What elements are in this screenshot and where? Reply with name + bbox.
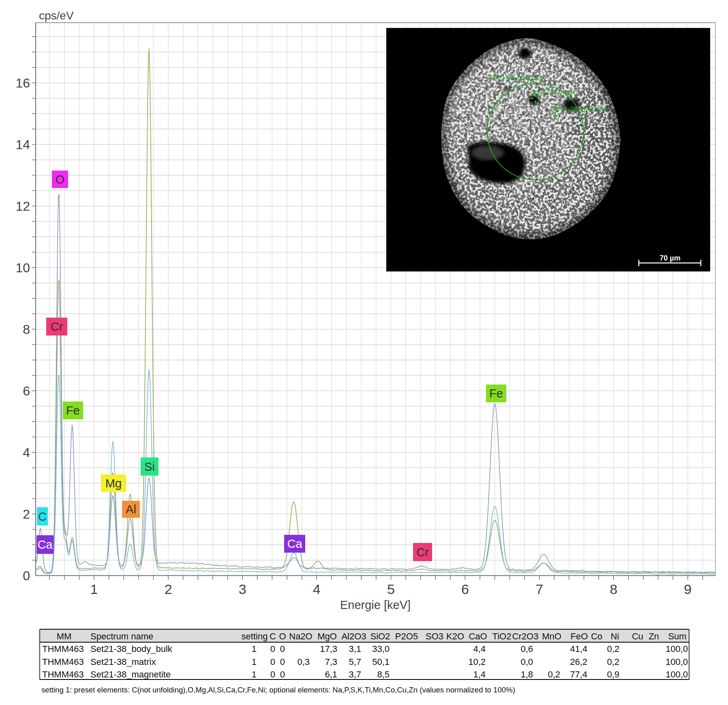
- svg-text:3,1: 3,1: [349, 644, 361, 654]
- svg-text:0: 0: [280, 657, 285, 667]
- svg-text:8: 8: [23, 322, 30, 337]
- svg-text:Set21-38_magnetite: Set21-38_magnetite: [552, 105, 607, 112]
- svg-text:2: 2: [23, 507, 30, 521]
- svg-text:16: 16: [15, 76, 30, 90]
- svg-text:12: 12: [15, 199, 30, 214]
- svg-text:6: 6: [23, 384, 30, 398]
- svg-text:Energie [keV]: Energie [keV]: [340, 598, 411, 611]
- svg-text:7: 7: [535, 581, 543, 597]
- svg-text:MgO: MgO: [317, 631, 337, 641]
- svg-text:0: 0: [270, 669, 275, 679]
- svg-text:4,4: 4,4: [473, 644, 486, 654]
- svg-text:4: 4: [313, 581, 321, 597]
- svg-text:cps/eV: cps/eV: [39, 9, 74, 22]
- svg-text:P2O5: P2O5: [395, 631, 418, 641]
- svg-text:Cr: Cr: [51, 320, 63, 333]
- svg-text:Sum: Sum: [668, 631, 686, 641]
- svg-text:CaO: CaO: [469, 631, 487, 641]
- svg-text:O: O: [56, 173, 65, 186]
- svg-text:FeO: FeO: [571, 631, 588, 641]
- svg-text:0,6: 0,6: [520, 644, 533, 654]
- svg-text:Na2O: Na2O: [289, 631, 312, 641]
- svg-text:0,3: 0,3: [297, 657, 310, 667]
- svg-text:14: 14: [15, 137, 30, 152]
- svg-text:Mg: Mg: [105, 477, 122, 490]
- svg-text:Fe: Fe: [489, 387, 503, 400]
- svg-text:K2O: K2O: [446, 631, 464, 641]
- svg-text:Set21-38_matrix: Set21-38_matrix: [90, 657, 156, 667]
- svg-text:Set21-38_magnetite: Set21-38_magnetite: [90, 669, 171, 679]
- svg-text:C: C: [38, 510, 47, 523]
- svg-text:0,2: 0,2: [607, 657, 619, 667]
- svg-text:10: 10: [15, 261, 30, 275]
- svg-text:1: 1: [90, 581, 98, 597]
- svg-text:1: 1: [252, 669, 257, 679]
- svg-text:1: 1: [252, 657, 257, 667]
- svg-text:Si: Si: [144, 460, 155, 473]
- svg-text:0: 0: [280, 669, 285, 679]
- svg-text:Al: Al: [126, 503, 136, 516]
- svg-text:C: C: [270, 631, 276, 641]
- svg-text:6,1: 6,1: [325, 669, 337, 679]
- svg-text:MM: MM: [57, 631, 72, 641]
- svg-text:9: 9: [684, 581, 692, 597]
- svg-text:Cr: Cr: [416, 546, 429, 559]
- svg-text:6: 6: [461, 581, 469, 597]
- svg-text:Cr2O3: Cr2O3: [512, 631, 539, 641]
- svg-text:Cu: Cu: [632, 631, 643, 641]
- svg-text:Spectrum name: Spectrum name: [90, 631, 153, 641]
- svg-text:0: 0: [23, 568, 30, 583]
- svg-text:41,4: 41,4: [570, 644, 587, 654]
- svg-text:setting 1: preset elements: C(: setting 1: preset elements: C(not unfold…: [41, 686, 515, 694]
- svg-text:0,9: 0,9: [607, 669, 619, 679]
- svg-text:0: 0: [280, 644, 285, 654]
- svg-text:Al2O3: Al2O3: [341, 631, 366, 641]
- svg-text:17,3: 17,3: [320, 644, 337, 654]
- svg-text:THMM463: THMM463: [42, 644, 84, 654]
- svg-text:setting: setting: [242, 631, 268, 641]
- svg-text:26,2: 26,2: [570, 657, 587, 667]
- svg-text:0,0: 0,0: [520, 657, 533, 667]
- svg-text:Zn: Zn: [649, 631, 659, 641]
- svg-text:5: 5: [387, 581, 395, 597]
- svg-text:Set21-38_body_bulk: Set21-38_body_bulk: [90, 644, 173, 654]
- svg-text:1,8: 1,8: [520, 669, 533, 679]
- svg-text:SO3: SO3: [426, 631, 443, 641]
- svg-text:10,2: 10,2: [468, 657, 486, 667]
- svg-text:SiO2: SiO2: [370, 631, 390, 641]
- svg-text:0,2: 0,2: [607, 644, 619, 654]
- svg-text:THMM463: THMM463: [42, 657, 84, 667]
- svg-text:0: 0: [270, 644, 275, 654]
- svg-text:Ni: Ni: [611, 631, 619, 641]
- svg-text:Fe: Fe: [66, 404, 80, 417]
- svg-text:TiO2: TiO2: [492, 631, 512, 641]
- svg-text:0,2: 0,2: [548, 669, 560, 679]
- svg-text:100,0: 100,0: [666, 657, 688, 667]
- svg-text:100,0: 100,0: [666, 644, 688, 654]
- svg-text:4: 4: [23, 445, 30, 460]
- svg-text:2: 2: [165, 581, 172, 597]
- svg-text:7,3: 7,3: [325, 657, 337, 667]
- svg-text:Co: Co: [591, 631, 602, 641]
- svg-text:Ca: Ca: [37, 538, 53, 551]
- svg-text:3,7: 3,7: [349, 669, 361, 679]
- svg-text:O: O: [279, 631, 286, 641]
- svg-text:5,7: 5,7: [349, 657, 361, 667]
- svg-text:MnO: MnO: [542, 631, 561, 641]
- svg-text:8,5: 8,5: [377, 669, 390, 679]
- svg-text:1: 1: [252, 644, 257, 654]
- svg-text:Set21-38_matrix: Set21-38_matrix: [531, 88, 576, 95]
- svg-text:Ca: Ca: [287, 537, 302, 550]
- svg-text:33,0: 33,0: [372, 644, 390, 654]
- svg-text:100,0: 100,0: [666, 669, 688, 679]
- svg-text:50,1: 50,1: [372, 657, 390, 667]
- svg-text:8: 8: [610, 581, 617, 597]
- svg-text:0: 0: [270, 657, 275, 667]
- svg-text:Set21-38_body_bulk: Set21-38_body_bulk: [489, 74, 545, 81]
- svg-text:3: 3: [239, 581, 246, 597]
- svg-text:70 µm: 70 µm: [659, 254, 680, 262]
- svg-text:THMM463: THMM463: [42, 669, 84, 679]
- svg-text:77,4: 77,4: [570, 669, 587, 679]
- svg-text:1,4: 1,4: [473, 669, 486, 679]
